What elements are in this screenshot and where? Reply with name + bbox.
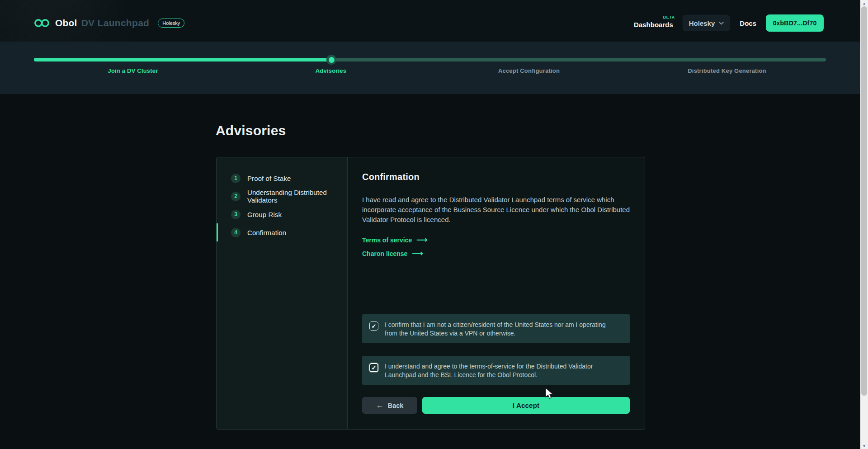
mouse-cursor-icon [545,388,555,402]
nav-docs[interactable]: Docs [740,19,756,27]
advisory-item-proof-of-stake[interactable]: 1 Proof of Stake [217,169,347,187]
advisory-item-confirmation[interactable]: 4 Confirmation [217,223,347,241]
scroll-down-arrow[interactable]: ▼ [860,443,868,449]
panel-heading: Confirmation [362,172,630,182]
accept-button[interactable]: I Accept [422,397,630,414]
citizenship-checkbox-row: ✓ I confirm that I am not a citizen/resi… [362,314,630,343]
checkmark-icon: ✓ [372,323,377,329]
confirmation-panel: Confirmation I have read and agree to th… [348,157,645,429]
progress-knob [326,55,336,65]
advisories-card: 1 Proof of Stake 2 Understanding Distrib… [216,157,645,430]
app-header: Obol DV Launchpad Holesky BETA Dashboard… [0,0,868,42]
page-title: Advisories [216,123,286,138]
button-row: ← Back I Accept [362,397,630,414]
wallet-address-button[interactable]: 0xbBD7...Df70 [766,14,824,32]
network-selector[interactable]: Holesky [683,15,731,31]
advisory-item-understanding-dv[interactable]: 2 Understanding Distributed Validators [217,187,347,205]
step-join-cluster[interactable]: Join a DV Cluster [34,67,232,74]
vertical-scrollbar[interactable]: ▲ ▼ [860,0,868,449]
checkmark-icon: ✓ [372,365,377,371]
advisory-item-group-risk[interactable]: 3 Group Risk [217,205,347,223]
charon-license-link[interactable]: Charon license ⟶ [362,250,630,257]
network-badge: Holesky [158,19,184,28]
progress-stepper: Join a DV Cluster Advisories Accept Conf… [0,42,868,94]
advisory-steps-list: 1 Proof of Stake 2 Understanding Distrib… [217,157,348,429]
terms-checkbox[interactable]: ✓ [369,363,378,372]
citizenship-checkbox[interactable]: ✓ [369,321,378,331]
scrollbar-thumb[interactable] [861,6,867,396]
step-number-circle: 3 [231,210,241,219]
nav-dashboards[interactable]: BETA Dashboards [634,18,673,28]
brand-name: Obol [55,18,77,28]
active-item-indicator [217,223,218,241]
terms-checkbox-label: I understand and agree to the terms-of-s… [385,361,618,379]
product-name: DV Launchpad [81,18,150,28]
obol-logo-icon [34,18,51,28]
step-advisories[interactable]: Advisories [232,67,430,74]
citizenship-checkbox-label: I confirm that I am not a citizen/reside… [385,320,618,338]
progress-bar [34,58,826,61]
brand-group[interactable]: Obol DV Launchpad Holesky [34,18,184,28]
step-accept-configuration: Accept Configuration [430,67,628,74]
arrow-right-icon: ⟶ [416,237,427,243]
terms-of-service-link[interactable]: Terms of service ⟶ [362,236,630,244]
panel-body-text: I have read and agree to the Distributed… [362,195,630,225]
arrow-left-icon: ← [376,402,384,409]
back-button[interactable]: ← Back [362,397,417,414]
step-number-circle: 2 [231,192,241,201]
dashboards-label: Dashboards [634,21,673,28]
terms-checkbox-row: ✓ I understand and agree to the terms-of… [362,356,630,385]
step-number-circle: 1 [231,174,241,183]
progress-fill [34,58,331,61]
arrow-right-icon: ⟶ [412,250,423,257]
panel-links: Terms of service ⟶ Charon license ⟶ [362,236,630,257]
chevron-down-icon [719,22,724,25]
scroll-up-arrow[interactable]: ▲ [860,0,868,6]
header-nav: BETA Dashboards Holesky Docs 0xbBD7...Df… [634,14,824,32]
stepper-labels: Join a DV Cluster Advisories Accept Conf… [34,67,826,74]
network-selector-value: Holesky [689,19,715,27]
beta-badge: BETA [663,15,675,19]
step-distributed-key-generation: Distributed Key Generation [628,67,826,74]
step-number-circle: 4 [231,228,241,237]
